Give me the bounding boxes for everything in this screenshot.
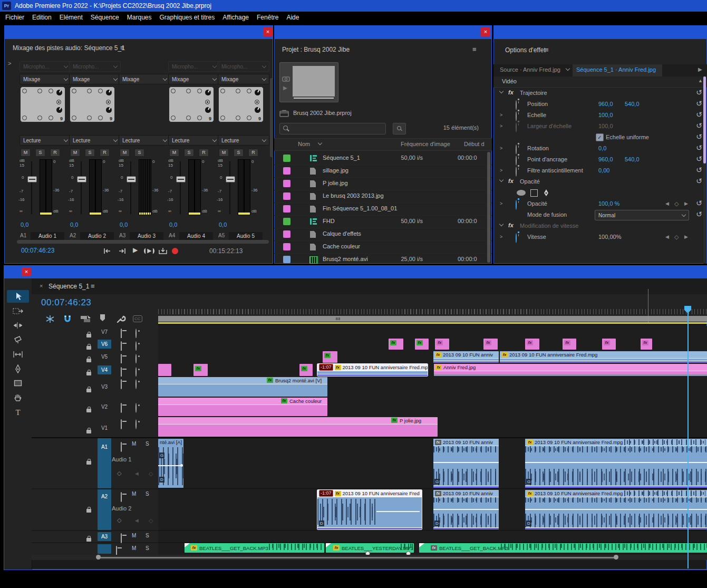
ellipse-mask-icon[interactable] — [517, 190, 526, 196]
mute-button[interactable]: M — [132, 533, 136, 538]
mute-button[interactable]: M — [70, 149, 80, 157]
solo-button[interactable]: S — [35, 149, 45, 157]
track-a3-lane[interactable] — [158, 531, 707, 543]
effects-window-bar[interactable] — [493, 25, 707, 39]
sync-lock-icon[interactable] — [121, 379, 122, 389]
toggle-track-output-icon[interactable] — [135, 367, 137, 377]
solo-button[interactable]: S — [184, 149, 194, 157]
reset-icon[interactable]: ↺ — [696, 133, 702, 140]
label-swatch[interactable] — [283, 256, 290, 263]
search-input[interactable] — [279, 123, 386, 134]
prev-keyframe-icon[interactable]: ◀ — [665, 201, 669, 206]
sync-lock-icon[interactable] — [121, 442, 122, 452]
tab-sequence-label[interactable]: Séquence 5_1 · Anniv Fred.jpg — [576, 66, 656, 73]
timeline-clip[interactable]: fx — [389, 339, 403, 350]
nest-indicator-icon[interactable] — [45, 314, 55, 324]
fader-handle[interactable] — [127, 176, 136, 182]
pan-control[interactable]: 9 — [20, 86, 65, 122]
record-arm-button[interactable]: R — [100, 149, 110, 157]
pen-tool[interactable] — [7, 362, 29, 375]
toggle-track-output-icon[interactable] — [135, 341, 137, 351]
mute-button[interactable]: M — [132, 545, 136, 551]
timeline-hscrollbar[interactable] — [32, 555, 707, 560]
mixer-vscrollbar[interactable] — [270, 78, 273, 157]
time-ruler[interactable]: ) 00:02:30:00 00:03:00:00 00:03:30:00 00… — [158, 294, 707, 316]
label-swatch[interactable] — [283, 243, 290, 250]
scale-value[interactable]: 100,0 — [598, 112, 613, 118]
volume-value[interactable]: 0,0 — [120, 221, 128, 228]
collapse-icon[interactable]: ▲ — [698, 78, 703, 83]
timeline-clip[interactable] — [158, 364, 171, 376]
selection-tool[interactable] — [7, 290, 29, 303]
project-item-row[interactable]: Fin Séquence 5_1.00_08_01 — [274, 203, 492, 216]
timeline-clip[interactable]: fx — [415, 339, 429, 350]
fader-handle[interactable] — [176, 176, 186, 182]
reset-icon[interactable]: ↺ — [696, 199, 702, 207]
stopwatch-icon-active[interactable] — [516, 233, 517, 243]
label-swatch[interactable] — [283, 230, 290, 238]
tab-source[interactable]: Source · Anniv Fred.jpg — [500, 66, 560, 73]
export-frame-icon[interactable] — [158, 247, 168, 255]
project-item-row[interactable]: Séquence 5_1 50,00 i/s 00:00:0 — [274, 152, 492, 165]
rect-mask-icon[interactable] — [530, 189, 538, 197]
rotation-value[interactable]: 0,0 — [598, 145, 606, 151]
timeline-clip[interactable]: fx — [641, 339, 652, 350]
record-arm-button[interactable]: R — [50, 149, 60, 157]
column-rate[interactable]: Fréquence d'image — [401, 141, 450, 147]
timeline-clip-cache-couleur[interactable]: fxCache couleur — [158, 398, 327, 416]
solo-button[interactable]: S — [85, 149, 95, 157]
stopwatch-icon[interactable] — [516, 156, 517, 166]
sync-lock-icon[interactable] — [121, 354, 122, 364]
track-header-v6[interactable]: V6 — [32, 338, 158, 351]
solo-button[interactable]: S — [146, 533, 149, 538]
mixer-expander-icon[interactable]: > — [8, 60, 11, 66]
track-select-forward-tool[interactable] — [7, 305, 29, 317]
opacity-value[interactable]: 100,0 % — [598, 200, 619, 207]
sync-lock-icon[interactable] — [121, 419, 122, 429]
timeline-clip-fun-long[interactable]: fx2013 09 10 FUN anniversaire Fred.mpg — [500, 351, 707, 363]
close-tab-icon[interactable]: × — [40, 283, 43, 289]
speed-value[interactable]: 100,00% — [598, 234, 621, 240]
track-name[interactable]: Audio 3 — [130, 232, 163, 240]
lock-icon[interactable] — [86, 509, 91, 513]
anchor-x-value[interactable]: 960,0 — [598, 156, 613, 162]
settings-wrench-icon[interactable] — [116, 314, 127, 324]
rectangle-tool[interactable] — [7, 377, 29, 390]
label-swatch[interactable] — [283, 155, 290, 162]
panel-menu-icon[interactable]: ≡ — [120, 44, 124, 52]
timeline-clip[interactable]: fx — [299, 364, 313, 376]
captions-icon[interactable]: CC — [133, 315, 142, 322]
pan-control[interactable]: 9 — [218, 86, 264, 122]
record-button[interactable] — [172, 248, 178, 254]
track-name[interactable]: Audio 4 — [179, 232, 213, 240]
timeline-current-timecode[interactable]: 00:07:46:23 — [41, 297, 91, 308]
sync-lock-icon[interactable] — [121, 492, 122, 502]
lock-icon[interactable] — [86, 430, 91, 433]
sync-lock-icon[interactable] — [121, 341, 122, 351]
twirl-closed-icon[interactable]: > — [500, 168, 502, 173]
preview-play-icon[interactable]: ▶ — [283, 85, 287, 91]
project-item-row[interactable]: P jolie.jpg — [274, 177, 492, 190]
timeline-clip-brusq-video[interactable]: fx Brusq2 monté.avi [V] — [158, 377, 327, 397]
solo-button[interactable]: S — [134, 149, 144, 157]
keyframe-display-icon[interactable]: ◇ — [117, 470, 121, 477]
panel-menu-icon[interactable]: ≡ — [545, 46, 549, 54]
label-swatch[interactable] — [283, 180, 290, 187]
prev-keyframe-icon[interactable]: ◀ — [665, 234, 669, 239]
solo-button[interactable]: S — [234, 149, 244, 157]
track-v6-lane[interactable] — [158, 338, 707, 351]
panel-menu-icon[interactable]: ≡ — [91, 282, 95, 290]
pan-control[interactable]: 9 — [70, 86, 115, 122]
volume-value[interactable]: 0,0 — [169, 221, 177, 228]
input-select[interactable]: Micropho... — [218, 61, 269, 72]
twirl-open-icon[interactable] — [499, 89, 503, 93]
automation-select[interactable]: Mixage — [218, 74, 269, 84]
effect-motion[interactable]: Trajectoire — [520, 90, 547, 96]
type-tool[interactable]: T — [7, 406, 29, 419]
pan-control[interactable]: 9 — [169, 86, 214, 122]
track-header-v7[interactable]: V7 — [32, 326, 158, 339]
track-header-a2[interactable]: A2 M S Audio 2 ◇ ◀ ◇ ▶ — [32, 489, 158, 531]
blend-mode-select[interactable]: Normal — [595, 210, 689, 220]
timeline-clip-beatles[interactable]: fx BEATLES___GET_BACK.MP3 — [185, 543, 324, 553]
timeline-clip-fun-audio[interactable]: fx2013 09 10 FUN anniversaire Fred.mpg G — [525, 439, 707, 488]
